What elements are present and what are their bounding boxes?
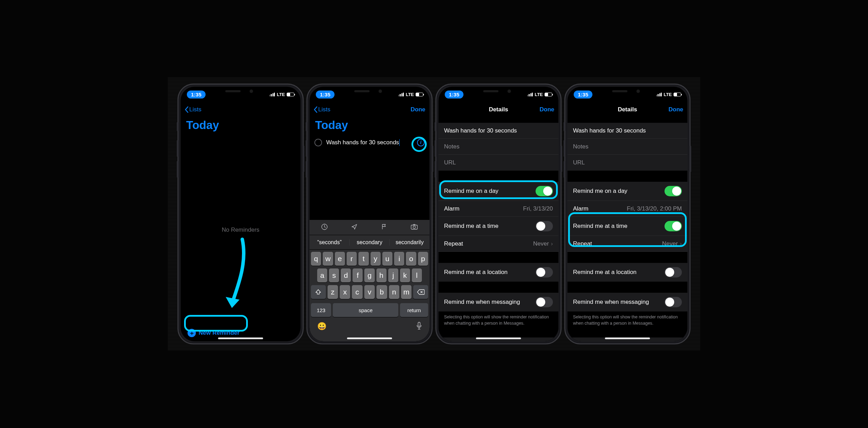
remind-messaging-toggle[interactable] [665, 297, 682, 307]
status-time[interactable]: 1:35 [445, 91, 463, 99]
delete-key[interactable] [413, 285, 428, 299]
key-p[interactable]: p [418, 252, 428, 266]
key-l[interactable]: l [412, 268, 422, 282]
reminder-details-button[interactable]: i [417, 139, 425, 146]
notes-field[interactable]: Notes [439, 139, 558, 155]
key-b[interactable]: b [376, 285, 387, 299]
alarm-row[interactable]: Alarm Fri, 3/13/20, 2:00 PM [567, 201, 687, 217]
dictation-key[interactable] [416, 322, 422, 332]
messaging-footnote: Selecting this option will show the remi… [439, 311, 558, 326]
shift-key[interactable] [311, 285, 326, 299]
key-w[interactable]: w [323, 252, 333, 266]
silent-switch [435, 122, 436, 131]
remind-location-toggle[interactable] [536, 267, 553, 277]
reminder-title-input[interactable]: Wash hands for 30 seconds [326, 139, 413, 146]
text-cursor [399, 139, 400, 146]
alarm-value: Fri, 3/13/20 [523, 205, 553, 212]
silent-switch [177, 122, 178, 131]
url-field[interactable]: URL [567, 155, 687, 171]
key-o[interactable]: o [406, 252, 416, 266]
svg-point-2 [413, 226, 416, 228]
details-list[interactable]: Wash hands for 30 seconds Notes URL Remi… [439, 117, 558, 341]
remind-time-toggle[interactable] [665, 221, 682, 231]
back-button[interactable]: Lists [185, 106, 201, 113]
back-label: Lists [318, 106, 330, 113]
suggestion-1[interactable]: secondary [350, 239, 390, 246]
url-field[interactable]: URL [439, 155, 558, 171]
status-time[interactable]: 1:35 [574, 91, 592, 99]
annotation-arrow-icon [222, 236, 249, 316]
home-indicator[interactable] [605, 337, 650, 339]
remind-messaging-toggle[interactable] [536, 297, 553, 307]
keyboard-suggestions: “seconds” secondary secondarily [310, 235, 429, 250]
key-y[interactable]: y [371, 252, 381, 266]
signal-icon [656, 93, 662, 96]
key-z[interactable]: z [328, 285, 338, 299]
remind-day-toggle[interactable] [665, 186, 682, 196]
key-x[interactable]: x [340, 285, 350, 299]
key-n[interactable]: n [389, 285, 399, 299]
remind-messaging-row: Remind me when messaging [567, 293, 687, 311]
emoji-key[interactable]: 😀 [317, 322, 327, 332]
key-u[interactable]: u [382, 252, 392, 266]
key-q[interactable]: q [311, 252, 321, 266]
key-f[interactable]: f [353, 268, 363, 282]
key-g[interactable]: g [364, 268, 374, 282]
suggestion-0[interactable]: “seconds” [310, 239, 350, 246]
remind-location-toggle[interactable] [665, 267, 682, 277]
key-t[interactable]: t [358, 252, 368, 266]
key-e[interactable]: e [335, 252, 345, 266]
key-c[interactable]: c [352, 285, 362, 299]
home-indicator[interactable] [218, 337, 263, 339]
key-k[interactable]: k [400, 268, 410, 282]
reminder-row[interactable]: Wash hands for 30 seconds i [310, 135, 429, 150]
notch [211, 87, 270, 96]
keyboard[interactable]: “seconds” secondary secondarily qwertyui… [310, 220, 429, 341]
space-key[interactable]: space [333, 303, 398, 317]
status-time[interactable]: 1:35 [316, 91, 335, 99]
home-indicator[interactable] [476, 337, 521, 339]
phone-frame-1: 1:35 LTE Lists Today No Reminders ＋ [177, 84, 304, 344]
key-a[interactable]: a [317, 268, 327, 282]
remind-location-row: Remind me at a location [567, 263, 687, 282]
key-v[interactable]: v [364, 285, 375, 299]
phone-frame-2: 1:35 LTE Lists Done Today Wash hands for… [306, 84, 433, 344]
done-button[interactable]: Done [662, 106, 683, 113]
home-indicator[interactable] [347, 337, 392, 339]
details-list[interactable]: Wash hands for 30 seconds Notes URL Remi… [567, 117, 687, 341]
volume-down-button [177, 161, 178, 178]
network-label: LTE [663, 92, 672, 97]
silent-switch [564, 122, 565, 131]
key-j[interactable]: j [388, 268, 398, 282]
silent-switch [306, 122, 307, 131]
key-d[interactable]: d [341, 268, 351, 282]
repeat-row[interactable]: Repeat Never› [439, 236, 558, 252]
kb-accessory-location-icon[interactable] [351, 223, 358, 232]
kb-accessory-time-icon[interactable] [321, 223, 328, 232]
alarm-row[interactable]: Alarm Fri, 3/13/20 [439, 201, 558, 217]
status-time[interactable]: 1:35 [187, 91, 206, 99]
plus-circle-icon: ＋ [188, 329, 196, 337]
key-s[interactable]: s [329, 268, 339, 282]
notes-field[interactable]: Notes [567, 139, 687, 155]
repeat-row[interactable]: Repeat Never› [567, 236, 687, 252]
alarm-value: Fri, 3/13/20, 2:00 PM [627, 205, 682, 212]
key-m[interactable]: m [401, 285, 411, 299]
key-h[interactable]: h [376, 268, 387, 282]
done-button[interactable]: Done [405, 106, 425, 113]
key-r[interactable]: r [347, 252, 357, 266]
kb-accessory-camera-icon[interactable] [410, 223, 418, 232]
remind-day-toggle[interactable] [536, 186, 553, 196]
key-i[interactable]: i [394, 252, 404, 266]
kb-accessory-flag-icon[interactable] [381, 223, 388, 232]
numbers-key[interactable]: 123 [311, 303, 331, 317]
back-button[interactable]: Lists [314, 106, 330, 113]
return-key[interactable]: return [400, 303, 428, 317]
done-button[interactable]: Done [533, 106, 554, 113]
suggestion-2[interactable]: secondarily [390, 239, 429, 246]
title-field[interactable]: Wash hands for 30 seconds [567, 123, 687, 139]
title-field[interactable]: Wash hands for 30 seconds [439, 123, 558, 139]
new-reminder-label: New Reminder [199, 329, 240, 336]
remind-time-toggle[interactable] [536, 221, 553, 231]
reminder-checkbox[interactable] [314, 139, 322, 146]
